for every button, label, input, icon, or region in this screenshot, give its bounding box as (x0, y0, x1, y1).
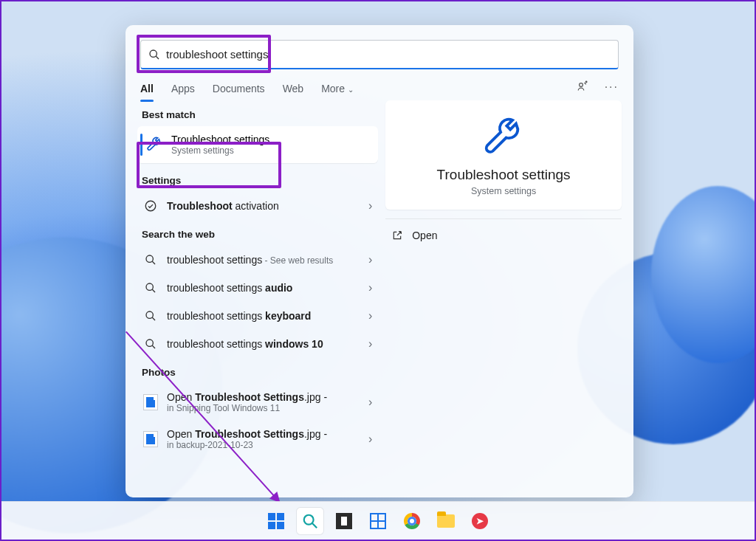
web-result-windows10[interactable]: troubleshoot settings windows 10 › (137, 330, 378, 358)
search-icon (143, 338, 158, 350)
chevron-right-icon: › (368, 433, 372, 446)
tab-all[interactable]: All (140, 80, 154, 97)
svg-point-11 (146, 340, 153, 346)
search-icon (148, 49, 160, 61)
open-icon (391, 230, 403, 241)
svg-point-4 (145, 201, 156, 211)
svg-point-13 (304, 514, 314, 524)
best-match-subtitle: System settings (171, 145, 269, 156)
start-search-panel: All Apps Documents Web More ⌄ ··· Best m… (126, 25, 633, 497)
file-explorer-icon[interactable] (433, 508, 459, 534)
svg-line-10 (152, 317, 155, 320)
search-icon (143, 282, 158, 294)
tab-web[interactable]: Web (283, 80, 304, 97)
svg-point-2 (579, 83, 583, 87)
svg-point-9 (146, 311, 153, 318)
preview-subtitle: System settings (471, 186, 536, 196)
best-match-title: Troubleshoot settings (171, 134, 269, 145)
chevron-right-icon: › (368, 199, 372, 213)
image-thumbnail-icon (143, 394, 158, 410)
search-icon (143, 310, 158, 322)
svg-point-7 (146, 283, 153, 290)
section-search-web: Search the web (137, 220, 378, 246)
svg-point-5 (146, 255, 153, 262)
settings-item-troubleshoot-activation[interactable]: Troubleshoot activation › (137, 192, 378, 220)
web-result-keyboard[interactable]: troubleshoot settings keyboard › (137, 302, 378, 330)
image-thumbnail-icon (143, 431, 158, 447)
web-result-see-web[interactable]: troubleshoot settings - See web results … (137, 246, 378, 274)
svg-line-1 (156, 56, 159, 59)
section-settings: Settings (137, 166, 378, 192)
chevron-right-icon: › (368, 337, 372, 351)
search-input-container[interactable] (140, 40, 619, 69)
photo-result-2[interactable]: Open Troubleshoot Settings.jpg - in back… (137, 421, 378, 458)
task-view-button[interactable] (331, 508, 357, 534)
taskbar-search-button[interactable] (297, 508, 323, 534)
preview-title: Troubleshoot settings (437, 167, 571, 183)
chevron-right-icon: › (368, 309, 372, 323)
app-red-icon[interactable] (467, 508, 493, 534)
taskbar (1, 501, 755, 540)
start-button[interactable] (263, 508, 289, 534)
svg-line-6 (152, 261, 155, 264)
svg-point-0 (150, 50, 157, 57)
chevron-right-icon: › (368, 281, 372, 294)
checkmark-icon (143, 199, 158, 213)
chevron-right-icon: › (368, 253, 372, 266)
svg-line-14 (312, 523, 317, 527)
wrench-icon (146, 137, 162, 153)
search-filter-tabs: All Apps Documents Web More ⌄ ··· (126, 74, 633, 100)
svg-line-8 (152, 289, 155, 292)
tab-apps[interactable]: Apps (171, 80, 195, 97)
search-icon (143, 254, 158, 266)
section-best-match: Best match (137, 100, 378, 126)
section-photos: Photos (137, 358, 378, 384)
svg-point-3 (585, 81, 587, 83)
open-action[interactable]: Open (385, 218, 622, 246)
result-preview-card: Troubleshoot settings System settings (385, 100, 622, 210)
account-icon[interactable] (577, 80, 590, 97)
more-options-icon[interactable]: ··· (605, 80, 619, 97)
chrome-icon[interactable] (399, 508, 425, 534)
photo-result-1[interactable]: Open Troubleshoot Settings.jpg - in Snip… (137, 384, 378, 421)
widgets-button[interactable] (365, 508, 391, 534)
search-input[interactable] (166, 48, 611, 61)
chevron-right-icon: › (368, 396, 372, 409)
tab-more[interactable]: More ⌄ (321, 80, 354, 97)
wrench-large-icon (482, 117, 525, 159)
tab-documents[interactable]: Documents (213, 80, 265, 97)
best-match-card[interactable]: Troubleshoot settings System settings (137, 126, 378, 163)
web-result-audio[interactable]: troubleshoot settings audio › (137, 274, 378, 302)
svg-line-12 (152, 345, 155, 348)
